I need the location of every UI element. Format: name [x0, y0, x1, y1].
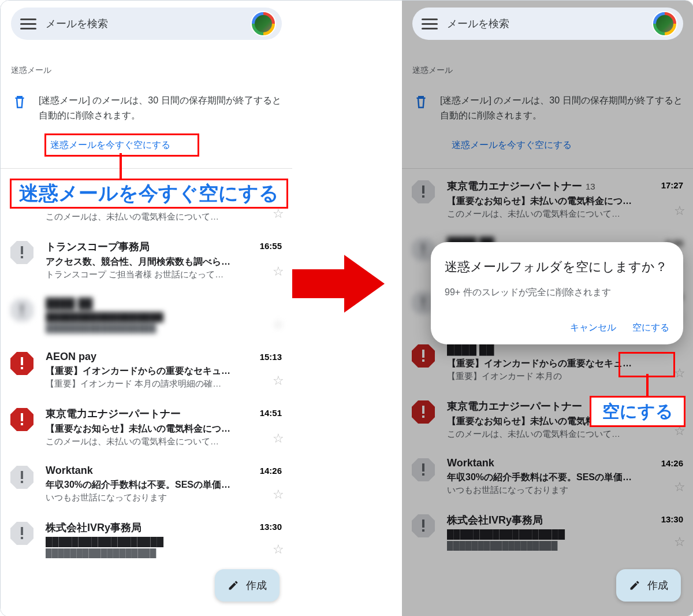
- svg-rect-4: [21, 304, 23, 312]
- compose-fab[interactable]: 作成: [215, 569, 280, 602]
- email-preview: ██████████████████: [46, 548, 283, 558]
- search-bar[interactable]: メールを検索: [412, 8, 683, 40]
- email-sender: 東京電力エナジーパートナー: [46, 407, 283, 421]
- pencil-icon: [629, 580, 640, 591]
- email-sender: トランスコープ事務局: [46, 240, 283, 254]
- email-sender: 株式会社IVRy事務局: [46, 521, 283, 535]
- email-subject: 【重要】イオンカードからの重要なセキュ…: [46, 365, 283, 377]
- annotation-arrow-2: [646, 374, 649, 397]
- email-time: 16:55: [260, 241, 282, 251]
- dialog-title: 迷惑メールフォルダを空にしますか？: [445, 258, 669, 276]
- annotation-box-1: [44, 133, 199, 157]
- spam-badge-icon: [9, 240, 35, 265]
- email-row[interactable]: AEON pay 15:13 【重要】イオンカードからの重要なセキュ… 【重要】…: [1, 340, 292, 396]
- annotation-callout-2: 空にする: [590, 396, 685, 427]
- confirm-dialog: 迷惑メールフォルダを空にしますか？ 99+ 件のスレッドが完全に削除されます キ…: [431, 242, 683, 344]
- star-icon[interactable]: ☆: [273, 542, 284, 557]
- search-placeholder: メールを検索: [447, 17, 509, 31]
- dialog-body: 99+ 件のスレッドが完全に削除されます: [445, 287, 669, 299]
- email-preview: 【重要】イオンカード 本月の請求明細の確…: [46, 378, 283, 389]
- search-bar[interactable]: メールを検索: [11, 8, 282, 40]
- transition-arrow: [292, 249, 385, 318]
- svg-rect-8: [21, 367, 23, 369]
- email-time: 14:51: [260, 408, 282, 418]
- email-sender: Worktank: [46, 465, 283, 477]
- spam-badge-icon: [9, 351, 35, 376]
- email-subject: ██████████████████: [46, 537, 283, 547]
- email-sender: ████ ██: [46, 298, 283, 310]
- pencil-icon: [228, 580, 239, 591]
- email-preview: トランスコープ ご担当者様 お世話になって…: [46, 269, 283, 280]
- phone-right: メールを検索 迷惑メール [迷惑メール] のメールは、30 日間の保存期間が終了…: [402, 1, 693, 616]
- email-row[interactable]: 東京電力エナジーパートナー 14:51 【重要なお知らせ】未払いの電気料金につ……: [1, 396, 292, 454]
- dialog-confirm-button[interactable]: 空にする: [632, 322, 669, 334]
- email-row[interactable]: ████ ██ ██████████████████ █████████████…: [1, 287, 292, 340]
- email-time: 14:26: [260, 466, 282, 476]
- svg-rect-10: [21, 413, 23, 421]
- svg-rect-14: [21, 481, 23, 483]
- svg-rect-1: [21, 246, 23, 254]
- star-icon[interactable]: ☆: [273, 317, 284, 332]
- email-list-left: このメールは、未払いの電気料金について… ☆ トランスコープ事務局 16:55 …: [1, 168, 292, 565]
- spam-badge-icon: [9, 465, 35, 490]
- svg-rect-7: [21, 357, 23, 365]
- trash-icon: [11, 93, 28, 110]
- email-row[interactable]: 株式会社IVRy事務局 13:30 ██████████████████ ███…: [1, 510, 292, 565]
- star-icon[interactable]: ☆: [273, 431, 284, 446]
- spam-badge-icon: [9, 407, 35, 432]
- email-subject: 【重要なお知らせ】未払いの電気料金につ…: [46, 423, 283, 435]
- menu-icon[interactable]: [20, 18, 36, 29]
- email-preview: ██████████████████: [46, 324, 283, 333]
- star-icon[interactable]: ☆: [273, 373, 284, 388]
- annotation-arrow-1: [120, 153, 122, 180]
- email-time: 15:13: [260, 352, 282, 362]
- email-preview: いつもお世話になっております: [46, 492, 283, 503]
- svg-rect-16: [21, 527, 23, 535]
- email-subject: 年収30%の紹介手数料は不要。SESの単価…: [46, 479, 283, 491]
- account-avatar[interactable]: [251, 11, 276, 36]
- svg-rect-11: [21, 423, 23, 425]
- svg-rect-5: [21, 314, 23, 316]
- phone-left: メールを検索 迷惑メール [迷惑メール] のメールは、30 日間の保存期間が終了…: [1, 1, 292, 616]
- folder-label: 迷惑メール: [11, 65, 51, 76]
- spam-badge-icon: [9, 521, 35, 546]
- email-row[interactable]: Worktank 14:26 年収30%の紹介手数料は不要。SESの単価… いつ…: [1, 454, 292, 510]
- star-icon[interactable]: ☆: [273, 264, 284, 279]
- spam-notice: [迷惑メール] のメールは、30 日間の保存期間が終了すると自動的に削除されます…: [11, 93, 282, 123]
- svg-rect-13: [21, 471, 23, 479]
- spam-badge-icon: [9, 298, 35, 323]
- compose-fab[interactable]: 作成: [616, 569, 681, 602]
- email-time: 13:30: [260, 522, 282, 532]
- email-sender: AEON pay: [46, 351, 283, 363]
- dialog-cancel-button[interactable]: キャンセル: [570, 322, 616, 334]
- email-row[interactable]: トランスコープ事務局 16:55 アクセス数、競合性、月間検索数も調べら… トラ…: [1, 229, 292, 287]
- star-icon[interactable]: ☆: [273, 487, 284, 502]
- account-avatar[interactable]: [652, 11, 677, 36]
- menu-icon[interactable]: [422, 18, 438, 29]
- search-placeholder: メールを検索: [46, 17, 108, 31]
- svg-rect-17: [21, 537, 23, 539]
- email-subject: ██████████████████: [46, 312, 283, 322]
- svg-rect-2: [21, 256, 23, 258]
- svg-marker-18: [292, 255, 385, 313]
- email-subject: アクセス数、競合性、月間検索数も調べら…: [46, 256, 283, 268]
- annotation-callout-1: 迷惑メールを今すぐ空にする: [10, 179, 288, 209]
- email-preview: このメールは、未払いの電気料金について…: [46, 436, 283, 447]
